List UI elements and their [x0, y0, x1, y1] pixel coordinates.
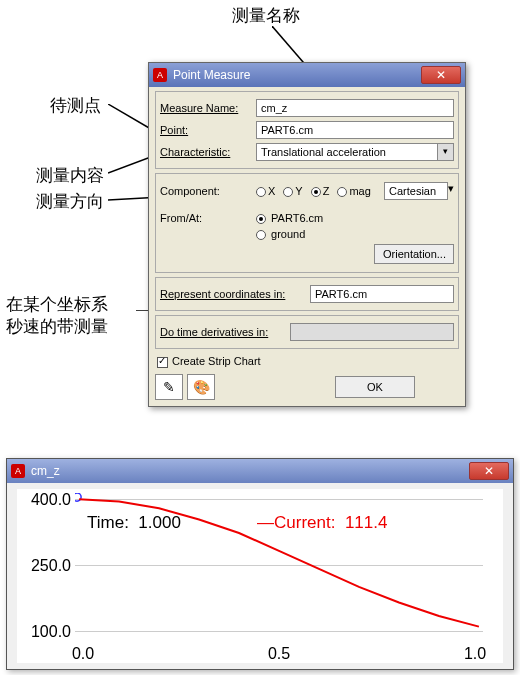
input-represent[interactable]: PART6.cm	[310, 285, 454, 303]
checkbox-create-chart[interactable]: Create Strip Chart	[157, 355, 457, 368]
x-tick-2: 1.0	[464, 645, 486, 663]
combo-characteristic-value: Translational acceleration	[256, 143, 438, 161]
chevron-down-icon[interactable]: ▾	[448, 182, 454, 200]
chevron-down-icon[interactable]: ▾	[438, 143, 454, 161]
label-point: Point:	[160, 124, 256, 136]
y-tick-2: 100.0	[17, 623, 71, 641]
app-icon: A	[11, 464, 25, 478]
edit-icon-button[interactable]: ✎	[155, 374, 183, 400]
group-component: Component: X Y Z mag Cartesian ▾ From/At…	[155, 173, 459, 273]
radio-from-ground[interactable]: ground	[256, 228, 454, 240]
label-component: Component:	[160, 185, 256, 197]
input-derivatives[interactable]	[290, 323, 454, 341]
point-measure-dialog: A Point Measure ✕ Measure Name: cm_z Poi…	[148, 62, 466, 407]
close-button[interactable]: ✕	[421, 66, 461, 84]
dialog-title: Point Measure	[173, 68, 421, 82]
label-represent: Represent coordinates in:	[160, 288, 310, 300]
x-tick-0: 0.0	[72, 645, 94, 663]
input-point[interactable]: PART6.cm	[256, 121, 454, 139]
radio-mag[interactable]: mag	[337, 185, 370, 197]
annotation-point: 待测点	[50, 94, 101, 117]
group-basic: Measure Name: cm_z Point: PART6.cm Chara…	[155, 91, 459, 169]
label-derivatives: Do time derivatives in:	[160, 326, 290, 338]
annotation-measure-name: 测量名称	[232, 4, 300, 27]
radio-y[interactable]: Y	[283, 185, 302, 197]
group-represent: Represent coordinates in: PART6.cm	[155, 277, 459, 311]
dialog-titlebar[interactable]: A Point Measure ✕	[149, 63, 465, 87]
combo-coord-system[interactable]: Cartesian ▾	[384, 182, 454, 200]
label-measure-name: Measure Name:	[160, 102, 256, 114]
ok-button[interactable]: OK	[335, 376, 415, 398]
y-tick-0: 400.0	[17, 491, 71, 509]
radio-x[interactable]: X	[256, 185, 275, 197]
palette-icon: 🎨	[193, 379, 210, 395]
chart-titlebar[interactable]: A cm_z ✕	[7, 459, 513, 483]
palette-icon-button[interactable]: 🎨	[187, 374, 215, 400]
dialog-body: Measure Name: cm_z Point: PART6.cm Chara…	[149, 87, 465, 406]
orientation-button[interactable]: Orientation...	[374, 244, 454, 264]
annotation-component: 测量方向	[36, 190, 104, 213]
annotation-represent: 在某个坐标系 秒速的带测量	[6, 294, 108, 338]
radio-from-part[interactable]: PART6.cm	[256, 212, 454, 224]
legend-current: —Current: 111.4	[257, 513, 387, 533]
annotation-characteristic: 测量内容	[36, 164, 104, 187]
pencil-icon: ✎	[163, 379, 175, 395]
combo-coord-value: Cartesian	[384, 182, 448, 200]
close-button[interactable]: ✕	[469, 462, 509, 480]
legend-time: Time: 1.000	[87, 513, 181, 533]
input-measure-name[interactable]: cm_z	[256, 99, 454, 117]
label-characteristic: Characteristic:	[160, 146, 256, 158]
label-from-at: From/At:	[160, 212, 256, 224]
x-tick-1: 0.5	[268, 645, 290, 663]
radio-z[interactable]: Z	[311, 185, 330, 197]
chart-title: cm_z	[31, 464, 469, 478]
plot-area: 400.0 250.0 100.0 0.0 0.5 1.0 Time: 1.00…	[17, 489, 503, 663]
y-tick-1: 250.0	[17, 557, 71, 575]
group-derivatives: Do time derivatives in:	[155, 315, 459, 349]
combo-characteristic[interactable]: Translational acceleration ▾	[256, 143, 454, 161]
strip-chart-window: A cm_z ✕ 400.0 250.0 100.0 0.0 0.5 1.0 T…	[6, 458, 514, 670]
app-icon: A	[153, 68, 167, 82]
